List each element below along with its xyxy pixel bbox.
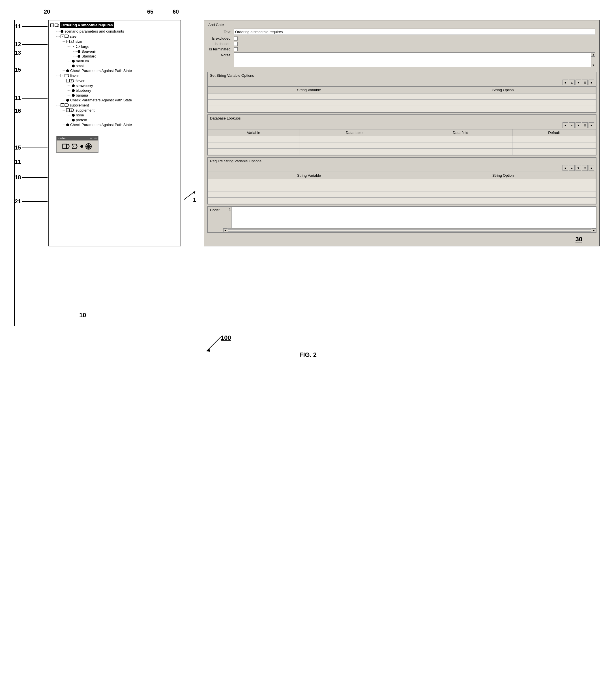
or-gate-toolbar-icon[interactable] bbox=[71, 143, 79, 150]
win-max-icon[interactable]: □ bbox=[93, 137, 94, 140]
tree-item-none[interactable]: ····· none bbox=[67, 113, 179, 118]
root-expand-icon[interactable]: - bbox=[50, 23, 54, 27]
large-expand[interactable]: - bbox=[72, 45, 75, 48]
tree-item-blueberry[interactable]: ····· blueberry bbox=[67, 88, 179, 93]
excluded-checkbox[interactable] bbox=[234, 37, 238, 41]
sv-btn-up[interactable]: ▲ bbox=[569, 80, 575, 85]
hscroll-left-btn[interactable]: ◄ bbox=[223, 229, 227, 232]
tree-connector-8: ····· bbox=[67, 64, 71, 67]
anno-11-2-line bbox=[22, 98, 47, 99]
tree-item-check-size[interactable]: ····· Check Parameters Against Path Stat… bbox=[62, 68, 179, 73]
strawberry-label: strawberry bbox=[76, 84, 93, 88]
chosen-checkbox[interactable] bbox=[234, 42, 238, 46]
anno-100-area: 100 bbox=[198, 334, 232, 358]
sv-btn-down[interactable]: ▼ bbox=[575, 80, 581, 85]
tree-item-standard[interactable]: ····· Standard bbox=[73, 54, 179, 59]
bullet-standard bbox=[78, 55, 80, 58]
rsv-btn-1[interactable]: ■ bbox=[563, 165, 568, 171]
sv-btn-1[interactable]: ■ bbox=[563, 80, 568, 85]
sv-btn-grid[interactable]: ⊞ bbox=[582, 80, 588, 85]
text-input[interactable] bbox=[234, 28, 595, 35]
circle-cross-toolbar-icon[interactable] bbox=[85, 143, 92, 150]
tree-item-protein[interactable]: ····· protein bbox=[67, 118, 179, 122]
bullet-check-size bbox=[66, 69, 69, 72]
rsv-cell-2-2 bbox=[410, 185, 596, 191]
code-label: Code: bbox=[208, 207, 223, 232]
tree-item-supplement-or[interactable]: ····· - supplement bbox=[62, 108, 179, 113]
tree-root[interactable]: - Ordering a smoothie requires bbox=[50, 22, 179, 28]
hscroll-right-btn[interactable]: ► bbox=[592, 229, 596, 232]
tree-item-check-flavor[interactable]: ····· Check Parameters Against Path Stat… bbox=[62, 98, 179, 103]
tree-connector-19: ····· bbox=[67, 118, 71, 122]
gate-type-label: And Gate bbox=[208, 23, 595, 27]
scroll-down-btn[interactable]: ▼ bbox=[591, 63, 595, 67]
tree-item-check-supplement[interactable]: ····· Check Parameters Against Path Stat… bbox=[62, 122, 179, 127]
terminated-checkbox[interactable] bbox=[234, 47, 238, 51]
and-gate-toolbar-icon[interactable] bbox=[62, 143, 70, 150]
win-close-icon[interactable]: × bbox=[95, 137, 97, 140]
anno-16-line bbox=[22, 111, 47, 111]
rsv-cell-3-2 bbox=[410, 191, 596, 198]
db-cell-3-3 bbox=[409, 149, 512, 155]
size-or-expand[interactable]: - bbox=[66, 40, 70, 43]
scenario-label: scenario parameters and constraints bbox=[65, 29, 124, 34]
db-cell-3-2 bbox=[300, 149, 409, 155]
anno-18-line bbox=[22, 177, 47, 178]
tree-item-size-and[interactable]: ····· - size bbox=[56, 34, 179, 39]
bullet-small bbox=[72, 65, 75, 67]
db-btn-down[interactable]: ▼ bbox=[575, 122, 581, 128]
string-variable-options-header: Set String Variable Options bbox=[208, 72, 596, 79]
db-toolbar: ■ ▲ ▼ ⊞ ■ bbox=[208, 122, 596, 129]
sv-btn-5[interactable]: ■ bbox=[589, 80, 594, 85]
tree-item-supplement-and[interactable]: ····· - supplement bbox=[56, 103, 179, 108]
db-btn-up[interactable]: ▲ bbox=[569, 122, 575, 128]
win-min-icon[interactable]: ─ bbox=[90, 137, 92, 140]
rsv-btn-5[interactable]: ■ bbox=[589, 165, 594, 171]
tree-item-size-or[interactable]: ····· - size bbox=[62, 39, 179, 44]
sv-col-1-header: String Variable bbox=[208, 87, 410, 93]
db-lookups-header: Database Lookups bbox=[208, 115, 596, 122]
tree-item-large[interactable]: ····· - large bbox=[67, 44, 179, 49]
supplement-and-expand[interactable]: - bbox=[61, 103, 64, 107]
tree-item-souvenir[interactable]: ····· Souvenir bbox=[73, 49, 179, 54]
tree-item-flavor-or[interactable]: ····· - flavor bbox=[62, 78, 179, 83]
rsv-btn-down[interactable]: ▼ bbox=[575, 165, 581, 171]
scroll-up-btn[interactable]: ▲ bbox=[591, 53, 595, 57]
tree-connector-3: ····· bbox=[62, 40, 66, 43]
db-col-1: Variable bbox=[208, 129, 300, 136]
flavor-and-label: flavor bbox=[70, 74, 79, 78]
supplement-or-expand[interactable]: - bbox=[66, 108, 70, 112]
size-expand-minus[interactable]: - bbox=[61, 35, 64, 38]
anno-20: 20 bbox=[44, 8, 50, 15]
tree-item-scenario[interactable]: ····· scenario parameters and constraint… bbox=[56, 29, 179, 34]
bullet-toolbar-icon[interactable] bbox=[80, 145, 83, 148]
code-text-area[interactable] bbox=[232, 207, 596, 228]
db-btn-5[interactable]: ■ bbox=[589, 122, 594, 128]
rsv-btn-up[interactable]: ▲ bbox=[569, 165, 575, 171]
tree-item-strawberry[interactable]: ····· strawberry bbox=[67, 83, 179, 88]
code-content-area[interactable]: 1 ◄ ► bbox=[223, 207, 596, 232]
flavor-and-expand[interactable]: - bbox=[61, 74, 64, 77]
tree-item-small[interactable]: ····· small bbox=[67, 63, 179, 68]
terminated-row: Is terminated: bbox=[208, 47, 595, 51]
tree-item-medium[interactable]: ····· medium bbox=[67, 59, 179, 63]
none-label: none bbox=[76, 113, 84, 117]
anno-30-area: 30 bbox=[204, 236, 599, 246]
flavor-or-expand[interactable]: - bbox=[66, 79, 70, 82]
sv-cell-1-1 bbox=[208, 93, 410, 100]
db-btn-1[interactable]: ■ bbox=[563, 122, 568, 128]
hscroll-track[interactable] bbox=[228, 229, 591, 232]
db-btn-grid[interactable]: ⊞ bbox=[582, 122, 588, 128]
right-panel: And Gate Text: Is excluded: Is chosen: bbox=[204, 20, 600, 246]
tree-item-banana[interactable]: ····· banana bbox=[67, 93, 179, 98]
require-sv-header: Require String Variable Options bbox=[208, 158, 596, 164]
svg-rect-4 bbox=[63, 144, 66, 149]
check-size-label: Check Parameters Against Path State bbox=[70, 68, 132, 73]
anno-13-line bbox=[22, 53, 47, 53]
tree-item-flavor-and[interactable]: ····· - flavor bbox=[56, 73, 179, 78]
tree-connector-1: ····· bbox=[56, 30, 60, 33]
bullet-blueberry bbox=[72, 89, 75, 92]
code-section: Code: 1 ◄ ► bbox=[207, 206, 596, 233]
rsv-btn-grid[interactable]: ⊞ bbox=[582, 165, 588, 171]
notes-area[interactable]: ▲ ▼ bbox=[234, 53, 595, 67]
